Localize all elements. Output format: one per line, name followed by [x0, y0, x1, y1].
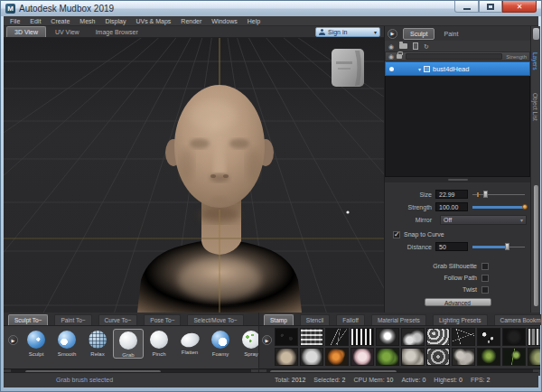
stamp-dot-pattern[interactable]: [426, 348, 450, 366]
stamp-gray-rocks[interactable]: [401, 348, 425, 366]
tab-sculpt-tools[interactable]: Sculpt To~: [8, 314, 48, 325]
chevron-down-icon: ▾: [374, 29, 377, 35]
tool-smooth[interactable]: Smooth: [51, 329, 82, 357]
tool-grab[interactable]: Grab: [113, 329, 144, 359]
maximize-button[interactable]: [479, 1, 502, 13]
stamp-dark-plain[interactable]: [502, 328, 526, 346]
stamp-pink-blossom[interactable]: [350, 348, 374, 366]
close-button[interactable]: ✕: [502, 1, 537, 13]
layer-mode-dropdown[interactable]: [406, 53, 502, 60]
stamp-spots[interactable]: [477, 328, 500, 346]
stamp-green-sprig[interactable]: [502, 348, 526, 366]
tab-camera-bookmarks[interactable]: Camera Bookmarks: [494, 314, 542, 325]
stamp-green-leaves[interactable]: [376, 348, 399, 366]
side-tab-layers[interactable]: Layers: [532, 52, 538, 70]
tab-curve-tools[interactable]: Curve To~: [98, 314, 138, 325]
menu-render[interactable]: Render: [181, 18, 201, 24]
follow-path-checkbox[interactable]: [481, 275, 489, 282]
mirror-dropdown[interactable]: Off ▾: [440, 215, 527, 225]
size-input[interactable]: 22.99: [435, 190, 468, 199]
strength-label: Strength: [385, 204, 432, 210]
tab-material-presets[interactable]: Material Presets: [371, 314, 426, 325]
tab-stencil[interactable]: Stencil: [300, 314, 331, 325]
eye-icon[interactable]: ◉: [388, 43, 394, 50]
menu-windows[interactable]: Windows: [211, 18, 237, 24]
stamp-stone[interactable]: [300, 348, 323, 366]
snap-to-curve-checkbox[interactable]: [393, 231, 400, 238]
tool-sculpt[interactable]: Sculpt: [21, 329, 51, 357]
tab-image-browser[interactable]: Image Browser: [89, 27, 145, 37]
stamp-clouds[interactable]: [401, 328, 425, 346]
bottom-tray: Sculpt To~ Paint To~ Curve To~ Pose To~ …: [4, 313, 540, 375]
minimize-button[interactable]: [454, 1, 479, 13]
stamp-dark-noise[interactable]: [275, 328, 298, 346]
stamp-pebbles[interactable]: [452, 348, 475, 366]
stamp-green-plant[interactable]: [477, 348, 500, 366]
size-slider[interactable]: [472, 190, 527, 199]
strength-column-header: Strength: [506, 54, 527, 60]
tab-paint-tools[interactable]: Paint To~: [54, 314, 91, 325]
distance-slider[interactable]: [472, 242, 527, 251]
menu-file[interactable]: File: [10, 18, 20, 24]
folder-icon[interactable]: [399, 43, 407, 49]
panel-scroll-stub[interactable]: [533, 28, 539, 40]
menu-edit[interactable]: Edit: [30, 18, 41, 24]
list-item-bust4dhead[interactable]: ▾ bust4dHead: [385, 61, 530, 76]
stamp-moss[interactable]: [528, 348, 540, 366]
status-stats: Total:2012 Selected:2 CPU Mem:10 Active:…: [275, 377, 490, 383]
tab-lighting-presets[interactable]: Lighting Presets: [433, 314, 488, 325]
tab-pose-tools[interactable]: Pose To~: [144, 314, 181, 325]
menu-uvs-maps[interactable]: UVs & Maps: [136, 18, 171, 24]
tool-spray[interactable]: Spray: [236, 329, 258, 357]
side-tab-object-list[interactable]: Object List: [532, 93, 538, 121]
title-bar[interactable]: M Autodesk Mudbox 2019 ✕: [1, 1, 541, 16]
expand-arrow-icon[interactable]: ▾: [418, 66, 421, 72]
sign-in-dropdown[interactable]: Sign in ▾: [315, 27, 380, 37]
tool-pinch[interactable]: Pinch: [144, 329, 174, 357]
strength-input[interactable]: 100.00: [435, 202, 468, 211]
stamp-vertical-stripes[interactable]: [350, 328, 374, 346]
chevron-circle-icon[interactable]: ▶: [388, 29, 397, 39]
menu-mesh[interactable]: Mesh: [79, 18, 95, 24]
twist-checkbox[interactable]: [481, 286, 489, 294]
tool-foamy[interactable]: Foamy: [205, 329, 236, 357]
visibility-eye-icon[interactable]: [389, 67, 394, 71]
mirror-value: Off: [444, 217, 520, 223]
viewport-3d[interactable]: [4, 38, 384, 313]
properties-scrollbar[interactable]: [534, 185, 538, 306]
tab-select-move-tools[interactable]: Select/Move To~: [187, 314, 243, 325]
stamp-rock[interactable]: [275, 348, 298, 366]
stamp-white-blob[interactable]: [376, 328, 399, 346]
status-bar: Grab brush selected Total:2012 Selected:…: [4, 372, 538, 387]
stamp-cracks[interactable]: [452, 328, 475, 346]
advanced-button[interactable]: Advanced: [425, 298, 491, 306]
grab-silhouette-checkbox[interactable]: [481, 263, 489, 270]
distance-input[interactable]: 50: [435, 242, 468, 251]
cube-object[interactable]: [332, 49, 364, 87]
stamp-orange-flower[interactable]: [325, 348, 349, 366]
stamp-scratches[interactable]: [325, 328, 349, 346]
stamp-ornate-dots[interactable]: [426, 328, 450, 346]
tab-stamp[interactable]: Stamp: [264, 314, 294, 325]
tab-sculpt[interactable]: Sculpt: [403, 28, 435, 40]
refresh-icon[interactable]: ↻: [424, 43, 429, 50]
lock-icon[interactable]: [397, 54, 402, 59]
tab-falloff[interactable]: Falloff: [336, 314, 365, 325]
tab-uv-view[interactable]: UV View: [48, 27, 87, 37]
tool-flatten[interactable]: Flatten: [174, 329, 205, 355]
chevron-circle-icon[interactable]: ▶: [8, 335, 18, 345]
menu-help[interactable]: Help: [248, 18, 260, 24]
tool-relax[interactable]: Relax: [82, 329, 113, 357]
eye-icon[interactable]: ◉: [388, 53, 394, 60]
tab-3d-view[interactable]: 3D View: [6, 26, 46, 37]
viewport-canvas[interactable]: [4, 38, 384, 313]
menu-create[interactable]: Create: [51, 18, 70, 24]
stamp-weave-grid[interactable]: [300, 328, 323, 346]
page-icon[interactable]: [413, 42, 418, 50]
menu-display[interactable]: Display: [105, 18, 126, 24]
tab-paint[interactable]: Paint: [437, 29, 464, 39]
chevron-circle-icon[interactable]: ▶: [262, 335, 272, 345]
stamp-barcode-stripes[interactable]: [528, 328, 540, 346]
strength-slider[interactable]: [472, 202, 527, 211]
layers-list-body[interactable]: [385, 76, 530, 177]
